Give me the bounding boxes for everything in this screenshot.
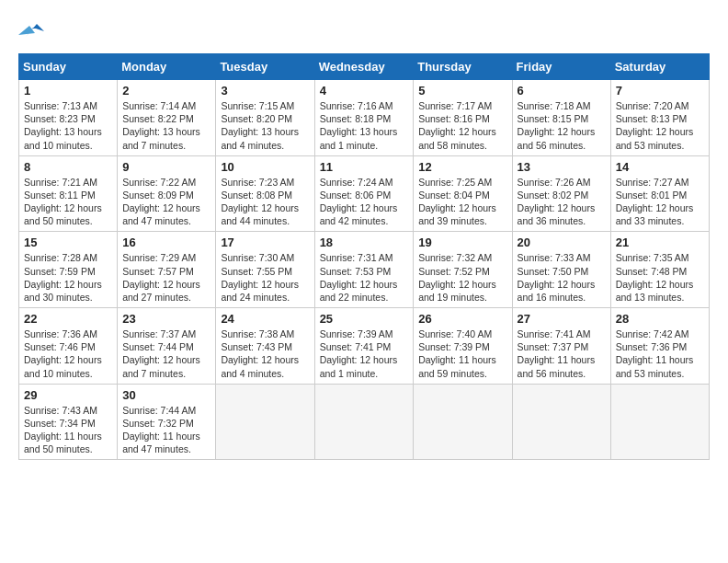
day-number: 27 [518, 312, 606, 326]
weekday-header-saturday: Saturday [610, 54, 709, 80]
day-info: Sunrise: 7:24 AM Sunset: 8:06 PM Dayligh… [320, 176, 409, 228]
day-number: 24 [221, 312, 309, 326]
day-info: Sunrise: 7:37 AM Sunset: 7:44 PM Dayligh… [122, 327, 210, 380]
calendar-cell [314, 384, 414, 460]
day-number: 14 [616, 160, 704, 174]
calendar-cell [216, 384, 314, 460]
day-number: 9 [122, 160, 210, 174]
day-number: 23 [122, 312, 210, 326]
day-number: 22 [24, 312, 112, 326]
day-info: Sunrise: 7:42 AM Sunset: 7:36 PM Dayligh… [616, 327, 704, 380]
day-info: Sunrise: 7:41 AM Sunset: 7:37 PM Dayligh… [518, 327, 606, 380]
day-number: 28 [616, 312, 704, 326]
day-number: 7 [616, 84, 704, 98]
calendar-cell: 6Sunrise: 7:18 AM Sunset: 8:15 PM Daylig… [512, 80, 610, 156]
page-header [18, 18, 710, 44]
day-info: Sunrise: 7:15 AM Sunset: 8:20 PM Dayligh… [221, 99, 309, 152]
weekday-header-friday: Friday [512, 54, 610, 80]
day-info: Sunrise: 7:44 AM Sunset: 7:32 PM Dayligh… [122, 404, 210, 456]
calendar-cell: 11Sunrise: 7:24 AM Sunset: 8:06 PM Dayli… [314, 155, 414, 232]
calendar-cell: 21Sunrise: 7:35 AM Sunset: 7:48 PM Dayli… [610, 232, 709, 308]
day-info: Sunrise: 7:43 AM Sunset: 7:34 PM Dayligh… [24, 404, 112, 456]
calendar-week-3: 15Sunrise: 7:28 AM Sunset: 7:59 PM Dayli… [19, 232, 710, 308]
calendar-cell: 9Sunrise: 7:22 AM Sunset: 8:09 PM Daylig… [118, 155, 216, 232]
calendar-week-1: 1Sunrise: 7:13 AM Sunset: 8:23 PM Daylig… [19, 80, 710, 156]
day-info: Sunrise: 7:23 AM Sunset: 8:08 PM Dayligh… [221, 176, 309, 228]
day-info: Sunrise: 7:32 AM Sunset: 7:52 PM Dayligh… [418, 251, 506, 304]
calendar-cell: 10Sunrise: 7:23 AM Sunset: 8:08 PM Dayli… [216, 155, 314, 232]
calendar-cell: 1Sunrise: 7:13 AM Sunset: 8:23 PM Daylig… [19, 80, 118, 156]
weekday-header-wednesday: Wednesday [314, 54, 414, 80]
day-number: 1 [24, 84, 112, 98]
day-info: Sunrise: 7:38 AM Sunset: 7:43 PM Dayligh… [221, 327, 309, 380]
calendar-cell: 25Sunrise: 7:39 AM Sunset: 7:41 PM Dayli… [314, 308, 414, 385]
day-number: 8 [24, 160, 112, 174]
day-number: 29 [24, 388, 112, 402]
calendar-week-2: 8Sunrise: 7:21 AM Sunset: 8:11 PM Daylig… [19, 155, 710, 232]
calendar-cell: 15Sunrise: 7:28 AM Sunset: 7:59 PM Dayli… [19, 232, 118, 308]
svg-marker-1 [18, 26, 35, 35]
calendar-cell: 5Sunrise: 7:17 AM Sunset: 8:16 PM Daylig… [414, 80, 512, 156]
day-info: Sunrise: 7:31 AM Sunset: 7:53 PM Dayligh… [320, 251, 409, 304]
day-info: Sunrise: 7:35 AM Sunset: 7:48 PM Dayligh… [616, 251, 704, 304]
calendar-cell: 23Sunrise: 7:37 AM Sunset: 7:44 PM Dayli… [118, 308, 216, 385]
calendar-cell: 29Sunrise: 7:43 AM Sunset: 7:34 PM Dayli… [19, 384, 118, 460]
calendar-cell: 30Sunrise: 7:44 AM Sunset: 7:32 PM Dayli… [118, 384, 216, 460]
calendar-cell [610, 384, 709, 460]
day-info: Sunrise: 7:13 AM Sunset: 8:23 PM Dayligh… [24, 99, 112, 152]
calendar-cell: 8Sunrise: 7:21 AM Sunset: 8:11 PM Daylig… [19, 155, 118, 232]
calendar-cell: 28Sunrise: 7:42 AM Sunset: 7:36 PM Dayli… [610, 308, 709, 385]
day-number: 5 [418, 84, 506, 98]
day-number: 18 [320, 236, 409, 249]
day-number: 21 [616, 236, 704, 249]
day-number: 15 [24, 236, 112, 249]
day-info: Sunrise: 7:36 AM Sunset: 7:46 PM Dayligh… [24, 327, 112, 380]
day-number: 3 [221, 84, 309, 98]
calendar-cell: 27Sunrise: 7:41 AM Sunset: 7:37 PM Dayli… [512, 308, 610, 385]
day-info: Sunrise: 7:28 AM Sunset: 7:59 PM Dayligh… [24, 251, 112, 304]
day-info: Sunrise: 7:27 AM Sunset: 8:01 PM Dayligh… [616, 176, 704, 228]
calendar-cell: 14Sunrise: 7:27 AM Sunset: 8:01 PM Dayli… [610, 155, 709, 232]
day-info: Sunrise: 7:25 AM Sunset: 8:04 PM Dayligh… [418, 176, 506, 228]
calendar-cell [512, 384, 610, 460]
calendar-cell: 20Sunrise: 7:33 AM Sunset: 7:50 PM Dayli… [512, 232, 610, 308]
day-info: Sunrise: 7:33 AM Sunset: 7:50 PM Dayligh… [518, 251, 606, 304]
day-info: Sunrise: 7:39 AM Sunset: 7:41 PM Dayligh… [320, 327, 409, 380]
day-info: Sunrise: 7:26 AM Sunset: 8:02 PM Dayligh… [518, 176, 606, 228]
day-number: 11 [320, 160, 409, 174]
weekday-header-row: SundayMondayTuesdayWednesdayThursdayFrid… [19, 54, 710, 80]
day-number: 13 [518, 160, 606, 174]
weekday-header-tuesday: Tuesday [216, 54, 314, 80]
day-info: Sunrise: 7:18 AM Sunset: 8:15 PM Dayligh… [518, 99, 606, 152]
day-info: Sunrise: 7:20 AM Sunset: 8:13 PM Dayligh… [616, 99, 704, 152]
day-info: Sunrise: 7:40 AM Sunset: 7:39 PM Dayligh… [418, 327, 506, 380]
calendar-cell: 19Sunrise: 7:32 AM Sunset: 7:52 PM Dayli… [414, 232, 512, 308]
day-number: 20 [518, 236, 606, 249]
calendar-week-5: 29Sunrise: 7:43 AM Sunset: 7:34 PM Dayli… [19, 384, 710, 460]
day-number: 10 [221, 160, 309, 174]
day-info: Sunrise: 7:29 AM Sunset: 7:57 PM Dayligh… [122, 251, 210, 304]
day-info: Sunrise: 7:14 AM Sunset: 8:22 PM Dayligh… [122, 99, 210, 152]
calendar-week-4: 22Sunrise: 7:36 AM Sunset: 7:46 PM Dayli… [19, 308, 710, 385]
day-number: 30 [122, 388, 210, 402]
day-number: 26 [418, 312, 506, 326]
calendar-table: SundayMondayTuesdayWednesdayThursdayFrid… [18, 53, 710, 460]
day-number: 17 [221, 236, 309, 249]
calendar-cell: 22Sunrise: 7:36 AM Sunset: 7:46 PM Dayli… [19, 308, 118, 385]
day-number: 4 [320, 84, 409, 98]
calendar-cell: 18Sunrise: 7:31 AM Sunset: 7:53 PM Dayli… [314, 232, 414, 308]
day-number: 25 [320, 312, 409, 326]
calendar-cell: 17Sunrise: 7:30 AM Sunset: 7:55 PM Dayli… [216, 232, 314, 308]
calendar-cell [414, 384, 512, 460]
calendar-cell: 24Sunrise: 7:38 AM Sunset: 7:43 PM Dayli… [216, 308, 314, 385]
logo [18, 18, 50, 44]
calendar-cell: 16Sunrise: 7:29 AM Sunset: 7:57 PM Dayli… [118, 232, 216, 308]
day-info: Sunrise: 7:16 AM Sunset: 8:18 PM Dayligh… [320, 99, 409, 152]
day-info: Sunrise: 7:17 AM Sunset: 8:16 PM Dayligh… [418, 99, 506, 152]
day-number: 19 [418, 236, 506, 249]
weekday-header-monday: Monday [118, 54, 216, 80]
weekday-header-thursday: Thursday [414, 54, 512, 80]
calendar-cell: 7Sunrise: 7:20 AM Sunset: 8:13 PM Daylig… [610, 80, 709, 156]
calendar-cell: 13Sunrise: 7:26 AM Sunset: 8:02 PM Dayli… [512, 155, 610, 232]
calendar-cell: 4Sunrise: 7:16 AM Sunset: 8:18 PM Daylig… [314, 80, 414, 156]
